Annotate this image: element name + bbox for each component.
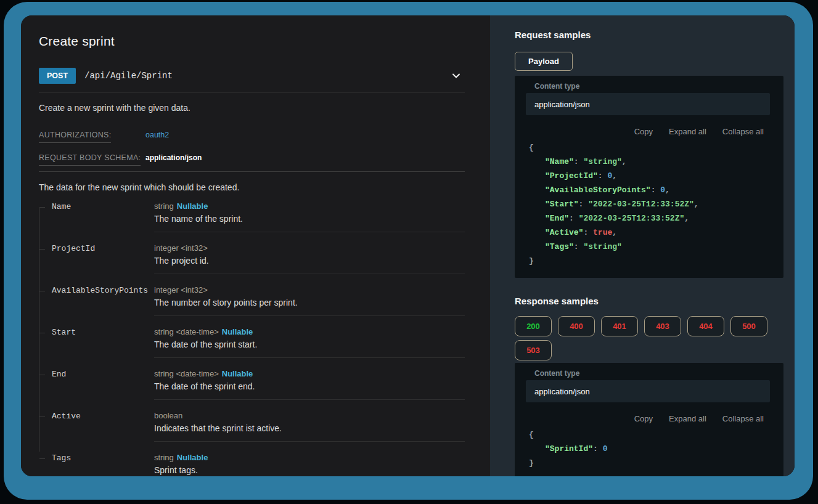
field-nullable-flag: Nullable	[177, 201, 208, 211]
field-row-end: Endstring <date-time>NullableThe date of…	[39, 369, 465, 400]
field-description: The number of story points per sprint.	[154, 298, 465, 307]
request-samples-heading: Request samples	[515, 30, 783, 40]
field-description: The date of the sprint start.	[154, 339, 465, 349]
request-sample-code: {"Name": "string","ProjectId": 0,"Availa…	[515, 140, 783, 268]
samples-panel: Request samples Payload Content type app…	[490, 15, 795, 476]
status-button-400[interactable]: 400	[558, 316, 595, 336]
field-name: End	[39, 369, 154, 400]
response-samples-section: Response samples 200400401403404500503 C…	[515, 296, 783, 476]
field-type: string <date-time>Nullable	[154, 369, 465, 378]
response-samples-heading: Response samples	[515, 296, 783, 306]
field-name: ProjectId	[39, 243, 154, 274]
action-collapse-all[interactable]: Collapse all	[722, 127, 764, 136]
action-expand-all[interactable]: Expand all	[669, 414, 706, 423]
field-nullable-flag: Nullable	[222, 327, 253, 336]
field-description: Indicates that the sprint ist active.	[154, 423, 465, 433]
field-row-start: Startstring <date-time>NullableThe date …	[39, 327, 465, 358]
field-type: integer <int32>	[154, 285, 465, 295]
status-button-200[interactable]: 200	[515, 316, 552, 336]
oauth2-link[interactable]: oauth2	[145, 131, 169, 139]
field-row-name: NamestringNullableThe name of the sprint…	[39, 201, 465, 232]
chevron-down-icon	[451, 71, 461, 81]
request-code-panel: Content type application/json CopyExpand…	[515, 76, 783, 278]
authorizations-label: AUTHORIZATIONS:	[39, 131, 145, 143]
field-type: integer <int32>	[154, 243, 465, 253]
code-actions: CopyExpand allCollapse all	[515, 402, 783, 423]
response-code-panel: Content type application/json CopyExpand…	[515, 363, 783, 476]
action-copy[interactable]: Copy	[634, 127, 653, 136]
content-type-select[interactable]: application/json	[526, 380, 770, 402]
content-type-value: application/json	[534, 100, 590, 109]
payload-tab[interactable]: Payload	[515, 52, 573, 71]
field-name: Name	[39, 201, 154, 232]
body-description: The data for the new sprint which should…	[39, 182, 465, 192]
content-type-label: Content type	[534, 369, 783, 378]
field-name: Start	[39, 327, 154, 358]
content-type-label: Content type	[534, 82, 783, 91]
request-body-schema-label: REQUEST BODY SCHEMA:	[39, 153, 145, 166]
api-doc-window: Create sprint POST /api/Agile/Sprint Cre…	[21, 15, 795, 476]
status-buttons-row: 200400401403404500503	[515, 316, 783, 360]
schema-fields-list: NamestringNullableThe name of the sprint…	[39, 201, 465, 476]
field-description: The date of the sprint end.	[154, 381, 465, 391]
field-type: string <date-time>Nullable	[154, 327, 465, 336]
status-button-401[interactable]: 401	[601, 316, 638, 336]
field-description: The name of the sprint.	[154, 214, 465, 224]
operation-description: Create a new sprint with the given data.	[39, 103, 465, 113]
field-name: AvailableStoryPoints	[39, 285, 154, 316]
page-title: Create sprint	[39, 34, 465, 49]
status-button-403[interactable]: 403	[644, 316, 681, 336]
field-nullable-flag: Nullable	[222, 369, 253, 378]
http-method-badge: POST	[39, 68, 76, 84]
content-type-value: application/json	[534, 387, 590, 396]
code-actions: CopyExpand allCollapse all	[515, 115, 783, 136]
field-description: Sprint tags.	[154, 465, 465, 475]
field-row-projectid: ProjectIdinteger <int32>The project id.	[39, 243, 465, 274]
authorizations-row: AUTHORIZATIONS: oauth2	[39, 131, 465, 143]
field-type: stringNullable	[154, 453, 465, 462]
field-row-availablestorypoints: AvailableStoryPointsinteger <int32>The n…	[39, 285, 465, 316]
field-name: Active	[39, 411, 154, 442]
action-expand-all[interactable]: Expand all	[669, 127, 706, 136]
status-button-500[interactable]: 500	[730, 316, 767, 336]
response-sample-code: {"SprintId": 0}	[515, 428, 783, 470]
doc-panel: Create sprint POST /api/Agile/Sprint Cre…	[21, 15, 490, 476]
action-collapse-all[interactable]: Collapse all	[722, 414, 764, 423]
request-body-schema-row: REQUEST BODY SCHEMA: application/json	[39, 153, 465, 172]
field-row-active: ActivebooleanIndicates that the sprint i…	[39, 411, 465, 442]
content-type-select[interactable]: application/json	[526, 93, 770, 115]
action-copy[interactable]: Copy	[634, 414, 653, 423]
field-type: stringNullable	[154, 201, 465, 211]
status-button-503[interactable]: 503	[515, 340, 552, 360]
field-row-tags: TagsstringNullableSprint tags.	[39, 453, 465, 476]
field-nullable-flag: Nullable	[177, 453, 208, 462]
endpoint-row[interactable]: POST /api/Agile/Sprint	[39, 68, 465, 92]
request-body-content-type: application/json	[145, 153, 202, 162]
status-button-404[interactable]: 404	[687, 316, 724, 336]
field-name: Tags	[39, 453, 154, 476]
endpoint-path: /api/Agile/Sprint	[84, 71, 451, 81]
window-frame: Create sprint POST /api/Agile/Sprint Cre…	[4, 2, 813, 500]
field-type: boolean	[154, 411, 465, 420]
field-description: The project id.	[154, 256, 465, 266]
